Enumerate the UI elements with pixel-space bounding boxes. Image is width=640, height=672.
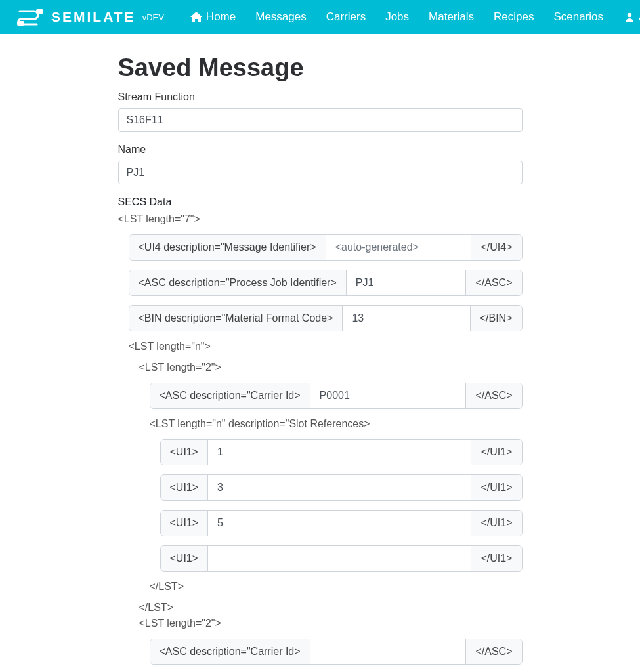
stream-function-label: Stream Function [118,91,523,103]
nav-carriers[interactable]: Carriers [318,5,373,29]
nav-right: Account [616,5,640,29]
tag-open: <UI1> [161,546,209,571]
nav-links: Home Messages Carriers Jobs Materials Re… [182,5,611,29]
brand-name: SEMILATE [51,9,136,25]
slot-row-2: <UI1> </UI1> [160,474,523,501]
user-icon [624,12,635,22]
tag-close: </BIN> [470,306,522,331]
page-title: Saved Message [118,54,523,82]
home-icon [190,12,202,22]
tag-open: <ASC description="Carrier Id> [150,383,310,408]
tag-close: </UI1> [471,440,521,465]
secs-data: <LST length="7"> <UI4 description="Messa… [118,213,523,665]
carrier2-id-row: <ASC description="Carrier Id> </ASC> [150,639,523,665]
tag-open: <UI1> [161,440,209,465]
navbar: SEMILATE vDEV Home Messages Carriers Job… [0,0,640,34]
slot-refs-close: </LST> [150,581,523,593]
slot-row-4: <UI1> </UI1> [160,545,523,572]
nav-messages[interactable]: Messages [247,5,314,29]
tag-open: <ASC description="Process Job Identifier… [129,270,347,295]
asc-pj-id-row: <ASC description="Process Job Identifier… [129,270,523,296]
root-lst-open: <LST length="7"> [118,213,523,225]
svg-point-2 [628,13,631,17]
asc-pj-id-input[interactable] [347,270,466,295]
brand[interactable]: SEMILATE vDEV [16,9,164,26]
tag-close: </ASC> [465,383,521,408]
tag-open: <BIN description="Material Format Code> [129,306,343,331]
slot-input[interactable] [208,511,471,536]
svg-rect-1 [17,21,24,26]
carrier1-lst-open: <LST length="2"> [139,362,523,373]
stream-function-group: Stream Function [118,91,523,132]
carrier1-lst-close: </LST> [139,602,523,614]
ui4-message-id-row: <UI4 description="Message Identifier> </… [129,234,523,261]
stream-function-input[interactable] [118,108,523,132]
slot-row-3: <UI1> </UI1> [160,510,523,536]
main-container: Saved Message Stream Function Name SECS … [118,54,523,665]
brand-suffix: vDEV [142,12,164,22]
svg-rect-0 [36,9,43,14]
nav-recipes[interactable]: Recipes [486,5,542,29]
carrier1-id-row: <ASC description="Carrier Id> </ASC> [150,383,523,409]
carrier1-id-input[interactable] [310,383,466,408]
ui4-message-id-input[interactable] [326,235,471,260]
carrier2-lst-open: <LST length="2"> [139,618,523,629]
logo-icon [16,9,45,26]
name-label: Name [118,144,523,156]
name-input[interactable] [118,161,523,184]
tag-close: </ASC> [465,639,521,664]
tag-open: <UI1> [161,511,209,536]
tag-open: <UI4 description="Message Identifier> [129,235,326,260]
slot-input[interactable] [208,475,471,500]
inner-lst-open: <LST length="n"> [129,341,523,352]
tag-close: </UI1> [471,475,521,500]
slot-input[interactable] [208,440,471,465]
tag-open: <UI1> [161,475,209,500]
tag-close: </ASC> [465,270,521,295]
tag-open: <ASC description="Carrier Id> [150,639,310,664]
bin-material-input[interactable] [343,306,469,331]
nav-account[interactable]: Account [616,5,640,29]
slot-input[interactable] [208,546,471,571]
tag-close: </UI4> [471,235,521,260]
tag-close: </UI1> [471,511,521,536]
nav-home[interactable]: Home [182,5,244,29]
tag-close: </UI1> [471,546,521,571]
slot-row-1: <UI1> </UI1> [160,439,523,465]
carrier2-id-input[interactable] [310,639,466,664]
bin-material-row: <BIN description="Material Format Code> … [129,305,523,331]
nav-home-label: Home [206,10,236,24]
name-group: Name [118,144,523,184]
nav-scenarios[interactable]: Scenarios [545,5,611,29]
slot-refs-open: <LST length="n" description="Slot Refere… [150,418,523,430]
nav-jobs[interactable]: Jobs [377,5,417,29]
nav-materials[interactable]: Materials [421,5,482,29]
secs-label: SECS Data [118,196,523,208]
